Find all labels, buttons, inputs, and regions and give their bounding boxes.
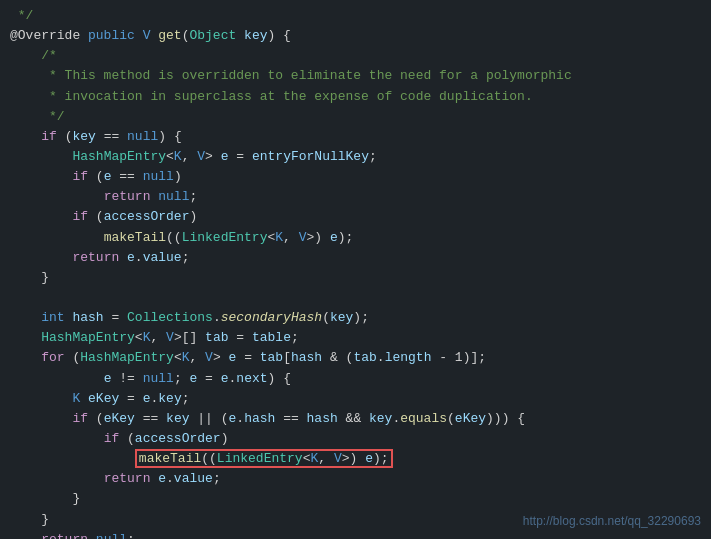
code-line-23-highlighted: makeTail((LinkedEntry<K, V>) e); bbox=[10, 449, 701, 469]
watermark: http://blog.csdn.net/qq_32290693 bbox=[523, 512, 701, 531]
code-line-10: return null; bbox=[10, 187, 701, 207]
code-line-22: if (accessOrder) bbox=[10, 429, 701, 449]
code-line-16: int hash = Collections.secondaryHash(key… bbox=[10, 308, 701, 328]
code-line-9: if (e == null) bbox=[10, 167, 701, 187]
code-line-12: makeTail((LinkedEntry<K, V>) e); bbox=[10, 228, 701, 248]
code-line-18: for (HashMapEntry<K, V> e = tab[hash & (… bbox=[10, 348, 701, 368]
code-line-7: if (key == null) { bbox=[10, 127, 701, 147]
code-editor: */ @Override public V get(Object key) { … bbox=[0, 0, 711, 539]
code-line-6: */ bbox=[10, 107, 701, 127]
code-line-17: HashMapEntry<K, V>[] tab = table; bbox=[10, 328, 701, 348]
code-line-24: return e.value; bbox=[10, 469, 701, 489]
code-line-8: HashMapEntry<K, V> e = entryForNullKey; bbox=[10, 147, 701, 167]
code-line-5: * invocation in superclass at the expens… bbox=[10, 87, 701, 107]
code-line-21: if (eKey == key || (e.hash == hash && ke… bbox=[10, 409, 701, 429]
code-line-1: */ bbox=[10, 6, 701, 26]
code-line-3: /* bbox=[10, 46, 701, 66]
code-line-11: if (accessOrder) bbox=[10, 207, 701, 227]
code-line-13: return e.value; bbox=[10, 248, 701, 268]
code-line-15 bbox=[10, 288, 701, 308]
code-line-14: } bbox=[10, 268, 701, 288]
code-line-20: K eKey = e.key; bbox=[10, 389, 701, 409]
code-line-19: e != null; e = e.next) { bbox=[10, 369, 701, 389]
code-line-27: return null; bbox=[10, 530, 701, 539]
code-line-4: * This method is overridden to eliminate… bbox=[10, 66, 701, 86]
code-line-25: } bbox=[10, 489, 701, 509]
code-line-2: @Override public V get(Object key) { bbox=[10, 26, 701, 46]
